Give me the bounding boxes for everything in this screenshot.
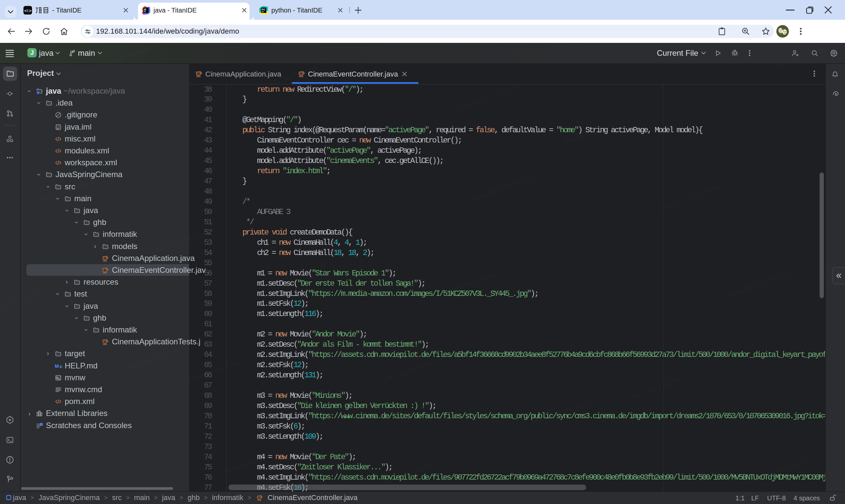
- svg-text:>: >: [29, 8, 32, 14]
- svg-text:IE: IE: [144, 8, 146, 11]
- svg-text:PC: PC: [262, 8, 266, 11]
